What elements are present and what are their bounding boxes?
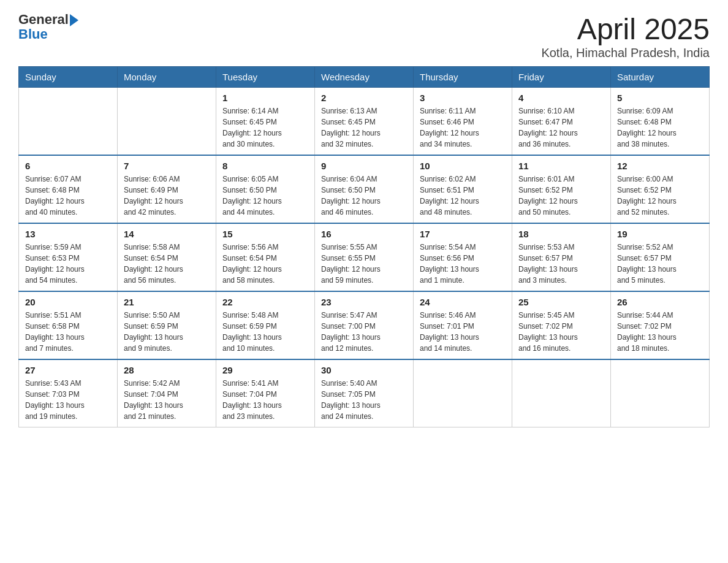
logo-text-blue: Blue [18,26,48,42]
day-number: 12 [617,161,703,171]
day-info: Sunrise: 6:01 AMSunset: 6:52 PMDaylight:… [518,174,604,218]
table-row: 26Sunrise: 5:44 AMSunset: 7:02 PMDayligh… [611,291,710,359]
table-row: 4Sunrise: 6:10 AMSunset: 6:47 PMDaylight… [512,88,611,156]
table-row: 28Sunrise: 5:42 AMSunset: 7:04 PMDayligh… [118,359,216,427]
day-number: 13 [25,229,111,239]
day-number: 15 [222,229,308,239]
logo-triangle-icon [70,14,78,26]
table-row [611,359,710,427]
table-row: 27Sunrise: 5:43 AMSunset: 7:03 PMDayligh… [19,359,118,427]
table-row: 17Sunrise: 5:54 AMSunset: 6:56 PMDayligh… [414,223,512,291]
day-info: Sunrise: 5:44 AMSunset: 7:02 PMDaylight:… [617,310,703,354]
day-info: Sunrise: 5:40 AMSunset: 7:05 PMDaylight:… [321,378,407,422]
day-number: 6 [25,161,111,171]
col-monday: Monday [118,67,216,88]
table-row: 25Sunrise: 5:45 AMSunset: 7:02 PMDayligh… [512,291,611,359]
table-row: 19Sunrise: 5:52 AMSunset: 6:57 PMDayligh… [611,223,710,291]
day-number: 18 [518,229,604,239]
col-friday: Friday [512,67,611,88]
day-info: Sunrise: 5:47 AMSunset: 7:00 PMDaylight:… [321,310,407,354]
day-info: Sunrise: 5:41 AMSunset: 7:04 PMDaylight:… [222,378,308,422]
day-info: Sunrise: 6:09 AMSunset: 6:48 PMDaylight:… [617,105,703,150]
day-number: 25 [518,297,604,307]
day-number: 9 [321,161,407,171]
day-info: Sunrise: 6:04 AMSunset: 6:50 PMDaylight:… [321,174,407,218]
day-info: Sunrise: 5:56 AMSunset: 6:54 PMDaylight:… [222,242,308,286]
day-number: 21 [124,297,210,307]
table-row: 23Sunrise: 5:47 AMSunset: 7:00 PMDayligh… [315,291,414,359]
day-number: 30 [321,365,407,375]
day-info: Sunrise: 5:54 AMSunset: 6:56 PMDaylight:… [420,242,506,286]
table-row: 13Sunrise: 5:59 AMSunset: 6:53 PMDayligh… [19,223,118,291]
table-row: 30Sunrise: 5:40 AMSunset: 7:05 PMDayligh… [315,359,414,427]
day-info: Sunrise: 6:10 AMSunset: 6:47 PMDaylight:… [518,105,604,150]
calendar-week-row: 20Sunrise: 5:51 AMSunset: 6:58 PMDayligh… [19,291,710,359]
table-row: 3Sunrise: 6:11 AMSunset: 6:46 PMDaylight… [414,88,512,156]
table-row: 12Sunrise: 6:00 AMSunset: 6:52 PMDayligh… [611,155,710,223]
day-info: Sunrise: 5:53 AMSunset: 6:57 PMDaylight:… [518,242,604,286]
table-row [19,88,118,156]
col-tuesday: Tuesday [216,67,315,88]
day-info: Sunrise: 5:55 AMSunset: 6:55 PMDaylight:… [321,242,407,286]
table-row: 24Sunrise: 5:46 AMSunset: 7:01 PMDayligh… [414,291,512,359]
day-info: Sunrise: 5:59 AMSunset: 6:53 PMDaylight:… [25,242,111,286]
table-row: 1Sunrise: 6:14 AMSunset: 6:45 PMDaylight… [216,88,315,156]
col-sunday: Sunday [19,67,118,88]
day-number: 28 [124,365,210,375]
page-header: General Blue April 2025 Kotla, Himachal … [18,12,710,60]
day-info: Sunrise: 6:07 AMSunset: 6:48 PMDaylight:… [25,174,111,218]
table-row: 20Sunrise: 5:51 AMSunset: 6:58 PMDayligh… [19,291,118,359]
day-info: Sunrise: 6:00 AMSunset: 6:52 PMDaylight:… [617,174,703,218]
table-row [118,88,216,156]
day-number: 14 [124,229,210,239]
day-number: 27 [25,365,111,375]
day-info: Sunrise: 6:11 AMSunset: 6:46 PMDaylight:… [420,105,506,150]
day-info: Sunrise: 5:50 AMSunset: 6:59 PMDaylight:… [124,310,210,354]
day-number: 5 [617,93,703,103]
day-number: 24 [420,297,506,307]
day-number: 3 [420,93,506,103]
day-number: 23 [321,297,407,307]
day-number: 29 [222,365,308,375]
day-info: Sunrise: 5:52 AMSunset: 6:57 PMDaylight:… [617,242,703,286]
day-number: 17 [420,229,506,239]
day-number: 7 [124,161,210,171]
table-row [512,359,611,427]
col-saturday: Saturday [611,67,710,88]
table-row: 7Sunrise: 6:06 AMSunset: 6:49 PMDaylight… [118,155,216,223]
table-row: 21Sunrise: 5:50 AMSunset: 6:59 PMDayligh… [118,291,216,359]
table-row: 22Sunrise: 5:48 AMSunset: 6:59 PMDayligh… [216,291,315,359]
table-row: 9Sunrise: 6:04 AMSunset: 6:50 PMDaylight… [315,155,414,223]
calendar-table: Sunday Monday Tuesday Wednesday Thursday… [18,66,710,427]
day-info: Sunrise: 6:06 AMSunset: 6:49 PMDaylight:… [124,174,210,218]
day-info: Sunrise: 5:43 AMSunset: 7:03 PMDaylight:… [25,378,111,422]
day-number: 16 [321,229,407,239]
day-info: Sunrise: 6:02 AMSunset: 6:51 PMDaylight:… [420,174,506,218]
day-info: Sunrise: 5:45 AMSunset: 7:02 PMDaylight:… [518,310,604,354]
day-number: 22 [222,297,308,307]
page-subtitle: Kotla, Himachal Pradesh, India [541,46,710,60]
day-number: 1 [222,93,308,103]
table-row: 16Sunrise: 5:55 AMSunset: 6:55 PMDayligh… [315,223,414,291]
title-section: April 2025 Kotla, Himachal Pradesh, Indi… [541,12,710,60]
day-info: Sunrise: 5:58 AMSunset: 6:54 PMDaylight:… [124,242,210,286]
day-number: 10 [420,161,506,171]
calendar-header-row: Sunday Monday Tuesday Wednesday Thursday… [19,67,710,88]
day-number: 11 [518,161,604,171]
page-title: April 2025 [541,12,710,46]
day-number: 2 [321,93,407,103]
table-row: 18Sunrise: 5:53 AMSunset: 6:57 PMDayligh… [512,223,611,291]
calendar-week-row: 27Sunrise: 5:43 AMSunset: 7:03 PMDayligh… [19,359,710,427]
table-row: 6Sunrise: 6:07 AMSunset: 6:48 PMDaylight… [19,155,118,223]
day-number: 20 [25,297,111,307]
table-row: 5Sunrise: 6:09 AMSunset: 6:48 PMDaylight… [611,88,710,156]
day-info: Sunrise: 5:51 AMSunset: 6:58 PMDaylight:… [25,310,111,354]
day-info: Sunrise: 6:13 AMSunset: 6:45 PMDaylight:… [321,105,407,150]
day-number: 26 [617,297,703,307]
col-thursday: Thursday [414,67,512,88]
calendar-week-row: 6Sunrise: 6:07 AMSunset: 6:48 PMDaylight… [19,155,710,223]
table-row: 29Sunrise: 5:41 AMSunset: 7:04 PMDayligh… [216,359,315,427]
day-number: 19 [617,229,703,239]
table-row [414,359,512,427]
col-wednesday: Wednesday [315,67,414,88]
